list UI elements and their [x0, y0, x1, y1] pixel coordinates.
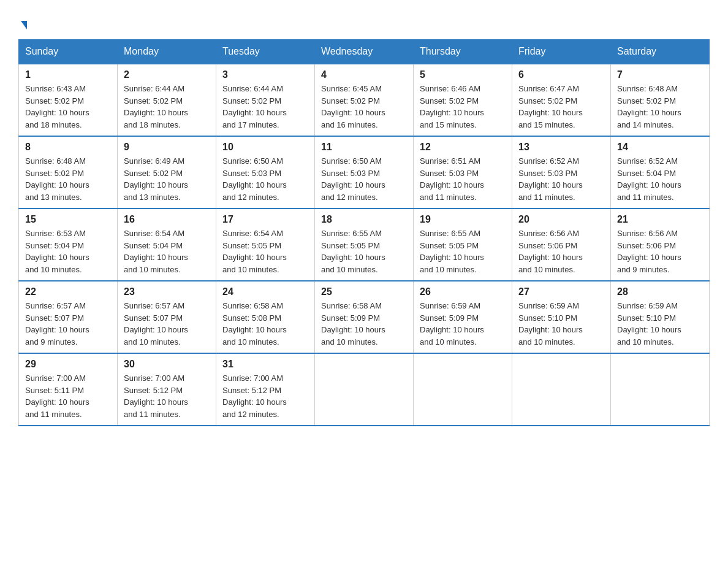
day-number: 23 — [124, 286, 210, 297]
day-info: Sunrise: 6:50 AM Sunset: 5:03 PM Dayligh… — [222, 155, 308, 203]
day-number: 6 — [518, 69, 604, 80]
calendar-week-row: 29 Sunrise: 7:00 AM Sunset: 5:11 PM Dayl… — [19, 353, 710, 426]
day-info: Sunrise: 6:43 AM Sunset: 5:02 PM Dayligh… — [25, 83, 111, 131]
day-info: Sunrise: 6:59 AM Sunset: 5:10 PM Dayligh… — [617, 300, 703, 348]
day-info: Sunrise: 6:57 AM Sunset: 5:07 PM Dayligh… — [25, 300, 111, 348]
day-header-sunday: Sunday — [19, 40, 118, 64]
day-info: Sunrise: 6:48 AM Sunset: 5:02 PM Dayligh… — [25, 155, 111, 203]
calendar-cell: 24 Sunrise: 6:58 AM Sunset: 5:08 PM Dayl… — [216, 281, 315, 353]
day-number: 19 — [420, 214, 506, 225]
calendar-table: SundayMondayTuesdayWednesdayThursdayFrid… — [18, 39, 710, 426]
day-number: 11 — [321, 142, 407, 153]
calendar-cell: 22 Sunrise: 6:57 AM Sunset: 5:07 PM Dayl… — [19, 281, 118, 353]
day-number: 3 — [222, 69, 308, 80]
day-header-saturday: Saturday — [611, 40, 710, 64]
calendar-cell: 6 Sunrise: 6:47 AM Sunset: 5:02 PM Dayli… — [512, 64, 611, 136]
day-info: Sunrise: 7:00 AM Sunset: 5:11 PM Dayligh… — [25, 372, 111, 420]
day-info: Sunrise: 6:59 AM Sunset: 5:10 PM Dayligh… — [518, 300, 604, 348]
day-info: Sunrise: 6:51 AM Sunset: 5:03 PM Dayligh… — [420, 155, 506, 203]
day-number: 21 — [617, 214, 703, 225]
day-info: Sunrise: 6:48 AM Sunset: 5:02 PM Dayligh… — [617, 83, 703, 131]
calendar-cell: 17 Sunrise: 6:54 AM Sunset: 5:05 PM Dayl… — [216, 209, 315, 281]
day-info: Sunrise: 6:55 AM Sunset: 5:05 PM Dayligh… — [420, 228, 506, 275]
day-info: Sunrise: 6:59 AM Sunset: 5:09 PM Dayligh… — [420, 300, 506, 348]
day-number: 27 — [518, 286, 604, 297]
calendar-cell: 23 Sunrise: 6:57 AM Sunset: 5:07 PM Dayl… — [118, 281, 216, 353]
day-header-tuesday: Tuesday — [216, 40, 315, 64]
day-number: 24 — [222, 286, 308, 297]
day-info: Sunrise: 7:00 AM Sunset: 5:12 PM Dayligh… — [124, 372, 210, 420]
day-header-thursday: Thursday — [414, 40, 512, 64]
days-header-row: SundayMondayTuesdayWednesdayThursdayFrid… — [19, 40, 710, 64]
day-number: 4 — [321, 69, 407, 80]
calendar-week-row: 15 Sunrise: 6:53 AM Sunset: 5:04 PM Dayl… — [19, 209, 710, 281]
calendar-cell — [414, 353, 512, 426]
calendar-cell — [611, 353, 710, 426]
calendar-week-row: 8 Sunrise: 6:48 AM Sunset: 5:02 PM Dayli… — [19, 136, 710, 209]
calendar-cell: 30 Sunrise: 7:00 AM Sunset: 5:12 PM Dayl… — [118, 353, 216, 426]
day-number: 28 — [617, 286, 703, 297]
calendar-week-row: 1 Sunrise: 6:43 AM Sunset: 5:02 PM Dayli… — [19, 64, 710, 136]
logo — [18, 18, 27, 27]
day-number: 17 — [222, 214, 308, 225]
calendar-cell: 8 Sunrise: 6:48 AM Sunset: 5:02 PM Dayli… — [19, 136, 118, 209]
calendar-cell: 9 Sunrise: 6:49 AM Sunset: 5:02 PM Dayli… — [118, 136, 216, 209]
calendar-cell: 18 Sunrise: 6:55 AM Sunset: 5:05 PM Dayl… — [315, 209, 414, 281]
calendar-cell: 10 Sunrise: 6:50 AM Sunset: 5:03 PM Dayl… — [216, 136, 315, 209]
day-number: 31 — [222, 359, 308, 370]
day-number: 25 — [321, 286, 407, 297]
day-header-monday: Monday — [118, 40, 216, 64]
day-info: Sunrise: 6:47 AM Sunset: 5:02 PM Dayligh… — [518, 83, 604, 131]
calendar-cell: 15 Sunrise: 6:53 AM Sunset: 5:04 PM Dayl… — [19, 209, 118, 281]
calendar-cell: 14 Sunrise: 6:52 AM Sunset: 5:04 PM Dayl… — [611, 136, 710, 209]
calendar-cell: 2 Sunrise: 6:44 AM Sunset: 5:02 PM Dayli… — [118, 64, 216, 136]
day-info: Sunrise: 6:56 AM Sunset: 5:06 PM Dayligh… — [518, 228, 604, 275]
day-number: 8 — [25, 142, 111, 153]
day-number: 20 — [518, 214, 604, 225]
day-info: Sunrise: 7:00 AM Sunset: 5:12 PM Dayligh… — [222, 372, 308, 420]
day-number: 12 — [420, 142, 506, 153]
calendar-cell: 28 Sunrise: 6:59 AM Sunset: 5:10 PM Dayl… — [611, 281, 710, 353]
calendar-cell: 19 Sunrise: 6:55 AM Sunset: 5:05 PM Dayl… — [414, 209, 512, 281]
day-info: Sunrise: 6:44 AM Sunset: 5:02 PM Dayligh… — [124, 83, 210, 131]
calendar-cell: 21 Sunrise: 6:56 AM Sunset: 5:06 PM Dayl… — [611, 209, 710, 281]
page-header — [18, 18, 710, 27]
day-info: Sunrise: 6:54 AM Sunset: 5:05 PM Dayligh… — [222, 228, 308, 275]
day-number: 15 — [25, 214, 111, 225]
calendar-cell: 26 Sunrise: 6:59 AM Sunset: 5:09 PM Dayl… — [414, 281, 512, 353]
day-info: Sunrise: 6:55 AM Sunset: 5:05 PM Dayligh… — [321, 228, 407, 275]
calendar-cell: 3 Sunrise: 6:44 AM Sunset: 5:02 PM Dayli… — [216, 64, 315, 136]
day-number: 16 — [124, 214, 210, 225]
day-number: 13 — [518, 142, 604, 153]
calendar-cell: 27 Sunrise: 6:59 AM Sunset: 5:10 PM Dayl… — [512, 281, 611, 353]
calendar-cell: 1 Sunrise: 6:43 AM Sunset: 5:02 PM Dayli… — [19, 64, 118, 136]
day-number: 30 — [124, 359, 210, 370]
day-number: 9 — [124, 142, 210, 153]
day-header-friday: Friday — [512, 40, 611, 64]
day-number: 2 — [124, 69, 210, 80]
day-info: Sunrise: 6:57 AM Sunset: 5:07 PM Dayligh… — [124, 300, 210, 348]
calendar-cell: 11 Sunrise: 6:50 AM Sunset: 5:03 PM Dayl… — [315, 136, 414, 209]
calendar-cell: 5 Sunrise: 6:46 AM Sunset: 5:02 PM Dayli… — [414, 64, 512, 136]
day-info: Sunrise: 6:58 AM Sunset: 5:08 PM Dayligh… — [222, 300, 308, 348]
day-info: Sunrise: 6:53 AM Sunset: 5:04 PM Dayligh… — [25, 228, 111, 275]
day-number: 1 — [25, 69, 111, 80]
calendar-cell: 16 Sunrise: 6:54 AM Sunset: 5:04 PM Dayl… — [118, 209, 216, 281]
day-number: 29 — [25, 359, 111, 370]
day-info: Sunrise: 6:54 AM Sunset: 5:04 PM Dayligh… — [124, 228, 210, 275]
day-info: Sunrise: 6:56 AM Sunset: 5:06 PM Dayligh… — [617, 228, 703, 275]
day-number: 14 — [617, 142, 703, 153]
calendar-cell: 29 Sunrise: 7:00 AM Sunset: 5:11 PM Dayl… — [19, 353, 118, 426]
day-number: 7 — [617, 69, 703, 80]
day-number: 5 — [420, 69, 506, 80]
calendar-cell: 20 Sunrise: 6:56 AM Sunset: 5:06 PM Dayl… — [512, 209, 611, 281]
calendar-cell: 31 Sunrise: 7:00 AM Sunset: 5:12 PM Dayl… — [216, 353, 315, 426]
day-info: Sunrise: 6:58 AM Sunset: 5:09 PM Dayligh… — [321, 300, 407, 348]
calendar-cell: 25 Sunrise: 6:58 AM Sunset: 5:09 PM Dayl… — [315, 281, 414, 353]
calendar-cell: 4 Sunrise: 6:45 AM Sunset: 5:02 PM Dayli… — [315, 64, 414, 136]
day-number: 18 — [321, 214, 407, 225]
day-info: Sunrise: 6:44 AM Sunset: 5:02 PM Dayligh… — [222, 83, 308, 131]
day-info: Sunrise: 6:50 AM Sunset: 5:03 PM Dayligh… — [321, 155, 407, 203]
day-info: Sunrise: 6:52 AM Sunset: 5:04 PM Dayligh… — [617, 155, 703, 203]
calendar-cell — [512, 353, 611, 426]
